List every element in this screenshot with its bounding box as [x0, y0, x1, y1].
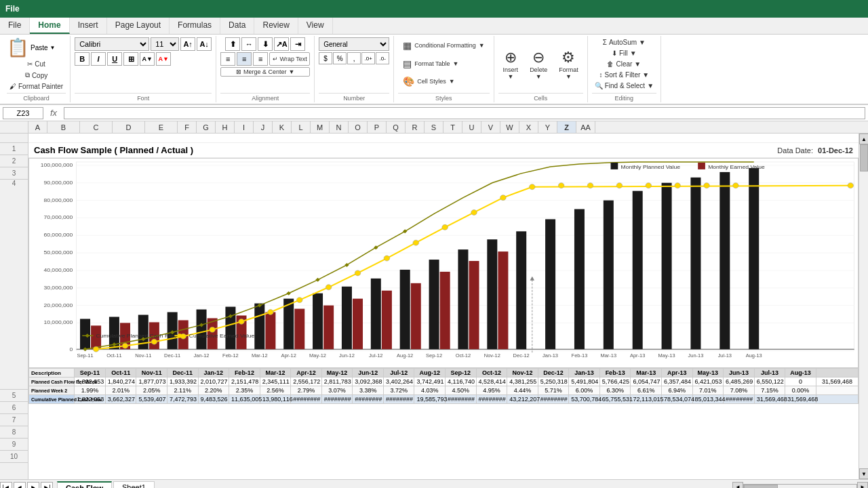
row2-jun12[interactable]: 3.38% — [353, 386, 384, 395]
format-cells-btn[interactable]: ⚙ Format ▼ — [554, 47, 583, 82]
row2-oct12[interactable]: 4.95% — [476, 386, 507, 395]
align-middle-btn[interactable]: ↔ — [241, 37, 256, 51]
row2-nov12[interactable]: 4.44% — [507, 386, 538, 395]
row2-feb13[interactable]: 6.30% — [599, 386, 631, 395]
clear-btn[interactable]: 🗑 Clear ▼ — [592, 59, 656, 69]
col-header-R[interactable]: R — [406, 121, 425, 133]
table-header-oct11[interactable]: Oct-11 — [105, 369, 136, 378]
row1-jun13[interactable]: 6,485,269 — [724, 378, 755, 386]
row3-jan12[interactable]: 9,483,526 — [198, 395, 229, 404]
col-header-A[interactable]: A — [28, 121, 47, 133]
sort-filter-btn[interactable]: ↕ Sort & Filter ▼ — [592, 70, 656, 80]
col-header-F[interactable]: F — [178, 121, 197, 133]
align-left-btn[interactable]: ≡ — [220, 52, 235, 66]
col-header-X[interactable]: X — [519, 121, 538, 133]
row2-sep11[interactable]: 1.99% — [75, 386, 106, 395]
tab-next-btn[interactable]: ► — [27, 482, 39, 489]
col-header-G[interactable]: G — [197, 121, 216, 133]
table-header-feb12[interactable]: Feb-12 — [229, 369, 260, 378]
h-scroll-track[interactable] — [743, 484, 857, 489]
table-header-apr13[interactable]: Apr-13 — [661, 369, 692, 378]
table-header-jan13[interactable]: Jan-13 — [569, 369, 600, 378]
table-header-aug13[interactable]: Aug-13 — [785, 369, 816, 378]
font-color-btn[interactable]: A▼ — [156, 52, 171, 66]
row2-mar13[interactable]: 6.61% — [631, 386, 662, 395]
scroll-track[interactable] — [859, 144, 868, 468]
row1-jan13[interactable]: 5,491,804 — [569, 378, 600, 386]
currency-btn[interactable]: $ — [319, 52, 332, 64]
row3-dec11[interactable]: 7,472,793 — [167, 395, 198, 404]
row1-nov11[interactable]: 1,877,073 — [136, 378, 167, 386]
file-menu-tab[interactable]: File — [5, 4, 20, 14]
tab-page-layout[interactable]: Page Layout — [107, 18, 170, 34]
row1-may12[interactable]: 2,811,783 — [321, 378, 353, 386]
scroll-right-btn[interactable]: ► — [857, 482, 868, 489]
row2-aug12[interactable]: 4.03% — [414, 386, 446, 395]
row2-oct11[interactable]: 2.01% — [105, 386, 136, 395]
scroll-down-btn[interactable]: ▼ — [859, 468, 868, 479]
table-header-may12[interactable]: May-12 — [321, 369, 353, 378]
row2-aug13[interactable]: 0.00% — [785, 386, 816, 395]
row3-may12[interactable]: ######## — [321, 395, 353, 404]
vertical-scrollbar[interactable]: ▲ ▼ — [859, 134, 868, 479]
col-header-D[interactable]: D — [113, 121, 145, 133]
decrease-decimal-btn[interactable]: .0- — [376, 52, 389, 64]
sheet-tab-cashflow[interactable]: Cash Flow — [57, 481, 112, 489]
tab-home[interactable]: Home — [30, 18, 69, 34]
number-format-select[interactable]: General — [319, 37, 389, 51]
formula-input[interactable] — [64, 107, 865, 119]
col-header-L[interactable]: L — [292, 121, 311, 133]
row2-jun13[interactable]: 7.08% — [724, 386, 755, 395]
font-shrink-btn[interactable]: A↓ — [197, 37, 212, 51]
row2-total[interactable] — [816, 386, 858, 395]
row1-dec11[interactable]: 1,933,392 — [167, 378, 198, 386]
font-grow-btn[interactable]: A↑ — [180, 37, 195, 51]
table-header-may13[interactable]: May-13 — [692, 369, 724, 378]
delete-cells-btn[interactable]: ⊖ Delete ▼ — [525, 47, 552, 82]
comma-btn[interactable]: , — [347, 52, 361, 64]
row3-aug12[interactable]: 19,585,793 — [414, 395, 446, 404]
row2-sep12[interactable]: 4.50% — [446, 386, 477, 395]
row2-apr13[interactable]: 6.94% — [661, 386, 692, 395]
row3-oct11[interactable]: 3,662,327 — [105, 395, 136, 404]
row2-mar12[interactable]: 2.56% — [260, 386, 291, 395]
row2-jan13[interactable]: 6.00% — [569, 386, 600, 395]
row1-jan12[interactable]: 2,010,727 — [198, 378, 229, 386]
row3-mar13[interactable]: 72,113,015 — [631, 395, 662, 404]
row1-mar13[interactable]: 6,054,747 — [631, 378, 662, 386]
format-painter-btn[interactable]: 🖌 Format Painter — [7, 81, 66, 92]
col-header-J[interactable]: J — [254, 121, 273, 133]
percent-btn[interactable]: % — [333, 52, 347, 64]
col-header-O[interactable]: O — [349, 121, 368, 133]
row3-sep11[interactable]: 1,822,053 — [75, 395, 106, 404]
col-header-AA[interactable]: AA — [576, 121, 595, 133]
row3-nov12[interactable]: 43,212,207 — [507, 395, 538, 404]
table-header-nov12[interactable]: Nov-12 — [507, 369, 538, 378]
chart-area[interactable]: 100,000,000 90,000,000 80,000,000 70,000… — [28, 158, 859, 368]
h-scroll-thumb[interactable] — [744, 485, 778, 489]
row2-nov11[interactable]: 2.05% — [136, 386, 167, 395]
row3-jun12[interactable]: ######## — [353, 395, 384, 404]
col-header-P[interactable]: P — [368, 121, 387, 133]
sheet-tab-sheet1[interactable]: Sheet1 — [113, 481, 155, 488]
row1-oct12[interactable]: 4,528,414 — [476, 378, 507, 386]
table-header-apr12[interactable]: Apr-12 — [291, 369, 322, 378]
row3-jun13[interactable]: ######## — [724, 395, 755, 404]
col-header-E[interactable]: E — [145, 121, 178, 133]
col-header-V[interactable]: V — [481, 121, 500, 133]
row2-jul13[interactable]: 7.15% — [754, 386, 785, 395]
row1-aug13[interactable]: 0 — [785, 378, 816, 386]
row1-jun12[interactable]: 3,092,368 — [353, 378, 384, 386]
table-header-nov11[interactable]: Nov-11 — [136, 369, 167, 378]
cut-btn[interactable]: ✂ Cut — [7, 59, 66, 69]
row3-feb12[interactable]: 11,635,005 — [229, 395, 260, 404]
row3-jul13[interactable]: 31,569,468 — [754, 395, 785, 404]
row1-oct11[interactable]: 1,840,274 — [105, 378, 136, 386]
autosum-btn[interactable]: Σ AutoSum ▼ — [592, 37, 656, 47]
col-header-Y[interactable]: Y — [538, 121, 557, 133]
col-header-B[interactable]: B — [47, 121, 80, 133]
row3-apr12[interactable]: ######## — [291, 395, 322, 404]
row2-jan12[interactable]: 2.20% — [198, 386, 229, 395]
align-bottom-btn[interactable]: ⬇ — [258, 37, 273, 51]
find-select-btn[interactable]: 🔍 Find & Select ▼ — [592, 81, 656, 91]
